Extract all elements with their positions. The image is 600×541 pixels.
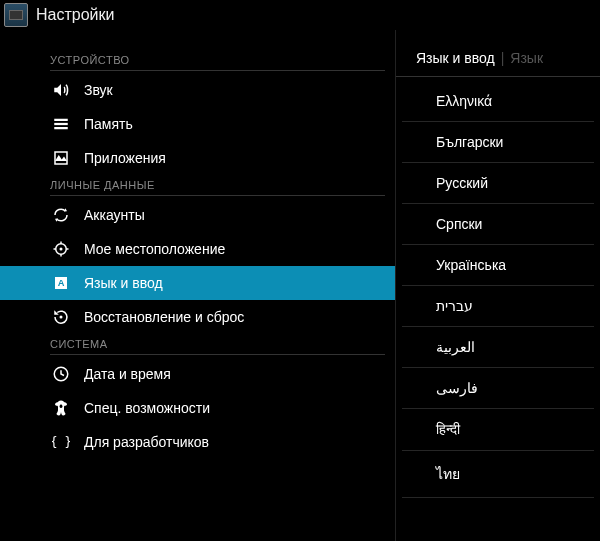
nav-item-label: Язык и ввод xyxy=(84,275,163,291)
developer-icon: { } xyxy=(50,433,72,451)
nav-item-restore[interactable]: Восстановление и сброс xyxy=(0,300,395,334)
main-content: УСТРОЙСТВОЗвукПамятьПриложенияЛИЧНЫЕ ДАН… xyxy=(0,30,600,541)
breadcrumb-current: Язык xyxy=(510,50,543,66)
detail-header: Язык и ввод | Язык xyxy=(396,50,600,77)
nav-item-apps[interactable]: Приложения xyxy=(0,141,395,175)
nav-item-clock[interactable]: Дата и время xyxy=(0,357,395,391)
svg-rect-2 xyxy=(54,127,68,129)
language-option[interactable]: Български xyxy=(402,122,594,163)
language-option[interactable]: فارسی xyxy=(402,368,594,409)
nav-item-storage[interactable]: Память xyxy=(0,107,395,141)
language-option[interactable]: Српски xyxy=(402,204,594,245)
section-header: СИСТЕМА xyxy=(50,334,385,355)
nav-item-accessibility[interactable]: Спец. возможности xyxy=(0,391,395,425)
language-icon: A xyxy=(50,275,72,291)
section-header: УСТРОЙСТВО xyxy=(50,50,385,71)
svg-point-5 xyxy=(60,248,63,251)
settings-nav: УСТРОЙСТВОЗвукПамятьПриложенияЛИЧНЫЕ ДАН… xyxy=(0,30,395,541)
svg-rect-3 xyxy=(55,152,67,164)
language-option[interactable]: עברית xyxy=(402,286,594,327)
nav-item-label: Восстановление и сброс xyxy=(84,309,244,325)
accessibility-icon xyxy=(50,399,72,417)
language-option[interactable]: हिन्दी xyxy=(402,409,594,451)
svg-rect-1 xyxy=(54,123,68,125)
nav-item-label: Аккаунты xyxy=(84,207,145,223)
nav-item-label: Память xyxy=(84,116,133,132)
language-option[interactable]: العربية xyxy=(402,327,594,368)
language-option[interactable]: Русский xyxy=(402,163,594,204)
language-option[interactable]: Ελληνικά xyxy=(402,81,594,122)
language-option[interactable]: ไทย xyxy=(402,451,594,498)
svg-text:A: A xyxy=(58,278,65,288)
nav-item-label: Спец. возможности xyxy=(84,400,210,416)
location-icon xyxy=(50,240,72,258)
nav-item-location[interactable]: Мое местоположение xyxy=(0,232,395,266)
nav-item-label: Для разработчиков xyxy=(84,434,209,450)
nav-item-sync[interactable]: Аккаунты xyxy=(0,198,395,232)
language-option[interactable]: Українська xyxy=(402,245,594,286)
breadcrumb-separator: | xyxy=(501,50,505,66)
svg-text:{ }: { } xyxy=(52,435,70,449)
nav-item-label: Дата и время xyxy=(84,366,171,382)
nav-item-language[interactable]: AЯзык и ввод xyxy=(0,266,395,300)
app-title: Настройки xyxy=(36,6,114,24)
nav-item-label: Звук xyxy=(84,82,113,98)
volume-icon xyxy=(50,81,72,99)
nav-item-volume[interactable]: Звук xyxy=(0,73,395,107)
restore-icon xyxy=(50,308,72,326)
section-header: ЛИЧНЫЕ ДАННЫЕ xyxy=(50,175,385,196)
apps-icon xyxy=(50,149,72,167)
settings-app-icon[interactable] xyxy=(4,3,28,27)
nav-item-developer[interactable]: { }Для разработчиков xyxy=(0,425,395,459)
top-bar: Настройки xyxy=(0,0,600,30)
nav-item-label: Приложения xyxy=(84,150,166,166)
detail-pane: Язык и ввод | Язык ΕλληνικάБългарскиРусс… xyxy=(395,30,600,541)
language-list: ΕλληνικάБългарскиРусскийСрпскиУкраїнська… xyxy=(396,81,600,498)
sync-icon xyxy=(50,206,72,224)
storage-icon xyxy=(50,115,72,133)
nav-item-label: Мое местоположение xyxy=(84,241,225,257)
detail-title: Язык и ввод xyxy=(416,50,495,66)
clock-icon xyxy=(50,365,72,383)
svg-rect-0 xyxy=(54,119,68,121)
svg-point-8 xyxy=(60,316,63,319)
